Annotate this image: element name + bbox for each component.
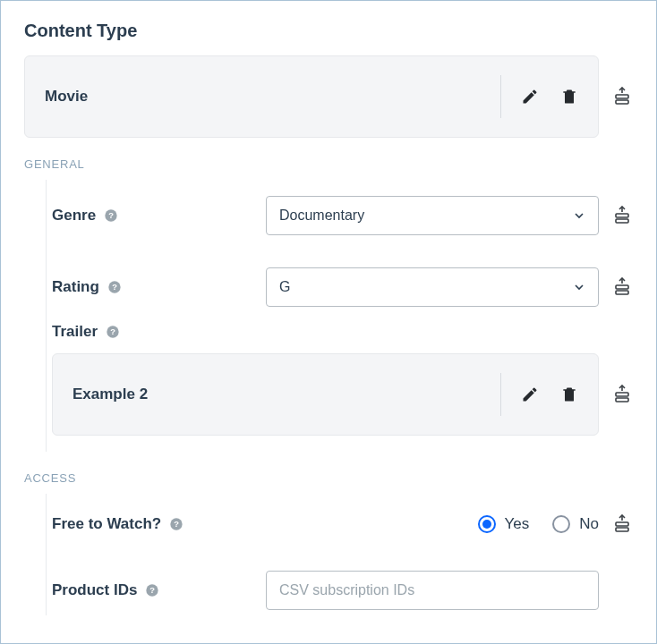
reorder-icon[interactable] <box>611 380 633 409</box>
genre-select[interactable] <box>266 196 599 235</box>
trailer-label: Trailer <box>52 323 98 341</box>
help-icon[interactable]: ? <box>168 516 184 532</box>
svg-text:?: ? <box>110 327 115 336</box>
svg-rect-11 <box>616 285 628 289</box>
radio-unchecked-icon <box>552 515 570 533</box>
genre-select-wrap <box>266 196 599 235</box>
rating-select-wrap <box>266 267 599 307</box>
svg-rect-6 <box>616 214 628 217</box>
svg-rect-17 <box>616 398 628 402</box>
svg-text:?: ? <box>150 586 156 595</box>
section-title: Content Type <box>24 21 633 41</box>
genre-row: Genre ? <box>47 180 633 251</box>
help-icon[interactable]: ? <box>105 324 121 340</box>
product-ids-row: Product IDs ? <box>47 555 633 615</box>
reorder-icon[interactable] <box>611 82 633 111</box>
svg-rect-21 <box>616 522 628 526</box>
general-section: Genre ? Rating <box>46 180 633 452</box>
svg-text:?: ? <box>174 520 179 529</box>
svg-rect-12 <box>616 291 628 294</box>
delete-icon[interactable] <box>557 84 582 109</box>
svg-rect-2 <box>616 100 628 104</box>
content-type-row: Movie <box>24 55 633 138</box>
product-ids-input[interactable] <box>266 571 599 610</box>
svg-rect-1 <box>616 95 628 98</box>
edit-icon[interactable] <box>517 84 542 109</box>
product-ids-label: Product IDs <box>52 581 137 599</box>
genre-label: Genre <box>52 207 96 225</box>
trailer-row: Example 2 <box>52 353 633 436</box>
content-type-actions <box>500 75 582 118</box>
free-to-watch-label: Free to Watch? <box>52 515 161 533</box>
radio-checked-icon <box>478 515 496 533</box>
general-section-label: GENERAL <box>24 157 633 171</box>
content-type-panel: Content Type Movie GENERAL Genre <box>0 0 657 644</box>
rating-label: Rating <box>52 278 99 296</box>
free-to-watch-no[interactable]: No <box>552 515 599 533</box>
free-to-watch-row: Free to Watch? ? Yes No <box>47 494 633 555</box>
free-to-watch-yes[interactable]: Yes <box>478 515 530 533</box>
svg-text:?: ? <box>112 283 117 292</box>
no-label: No <box>579 515 599 533</box>
help-icon[interactable]: ? <box>144 582 160 598</box>
trailer-value: Example 2 <box>73 386 500 403</box>
yes-label: Yes <box>505 515 530 533</box>
svg-rect-7 <box>616 219 628 223</box>
trailer-card: Example 2 <box>52 353 599 436</box>
trailer-block: Trailer ? Example 2 <box>47 323 633 452</box>
reorder-icon[interactable] <box>611 201 633 230</box>
reorder-icon[interactable] <box>611 510 633 538</box>
edit-icon[interactable] <box>517 382 542 407</box>
trailer-actions <box>500 373 582 416</box>
free-to-watch-radio-group: Yes No <box>478 515 599 533</box>
reorder-icon[interactable] <box>611 273 633 301</box>
delete-icon[interactable] <box>557 382 582 407</box>
help-icon[interactable]: ? <box>103 208 119 224</box>
svg-rect-16 <box>616 393 628 396</box>
rating-select[interactable] <box>266 267 599 307</box>
rating-row: Rating ? <box>47 251 633 323</box>
content-type-value: Movie <box>45 88 500 106</box>
help-icon[interactable]: ? <box>107 279 123 295</box>
access-section-label: ACCESS <box>24 471 633 485</box>
svg-text:?: ? <box>108 211 114 220</box>
content-type-card: Movie <box>24 55 599 138</box>
svg-rect-22 <box>616 528 628 531</box>
access-section: Free to Watch? ? Yes No <box>46 494 633 615</box>
